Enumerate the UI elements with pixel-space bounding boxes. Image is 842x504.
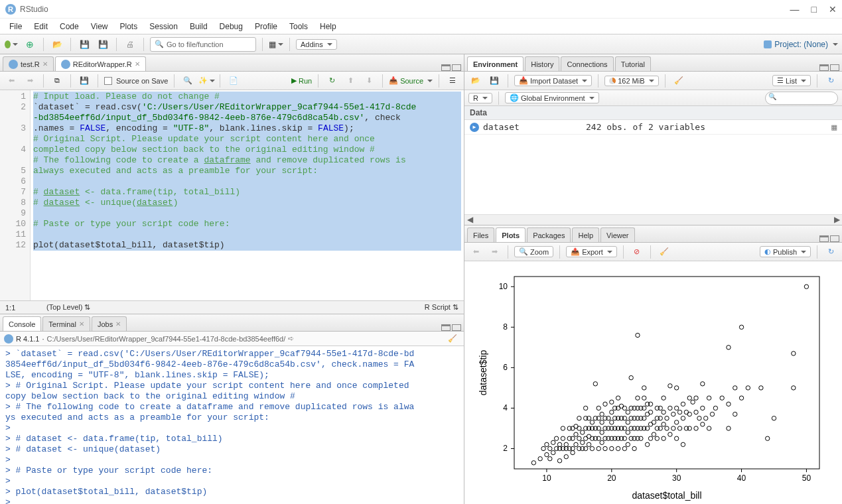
new-project-button[interactable]: ⊕ bbox=[23, 37, 37, 52]
menu-tools[interactable]: Tools bbox=[284, 20, 313, 33]
compile-report-button[interactable]: 📄 bbox=[226, 74, 241, 88]
addins-button[interactable]: Addins bbox=[296, 39, 337, 50]
open-file-button[interactable]: 📂 bbox=[50, 37, 64, 52]
tab-console[interactable]: Console bbox=[3, 316, 41, 331]
save-button[interactable]: 💾 bbox=[77, 37, 92, 52]
down-button[interactable]: ⬇ bbox=[362, 74, 376, 88]
maximize-pane-button[interactable] bbox=[830, 235, 839, 242]
back-button[interactable]: ⬅ bbox=[4, 74, 19, 88]
zoom-button[interactable]: 🔍 Zoom bbox=[514, 246, 553, 257]
project-selector[interactable]: Project: (None) bbox=[774, 40, 828, 49]
goto-file-input[interactable]: 🔍 Go to file/function bbox=[150, 37, 256, 52]
svg-point-176 bbox=[674, 436, 678, 440]
path-browse-button[interactable]: ➪ bbox=[288, 334, 294, 343]
save-workspace-button[interactable]: 💾 bbox=[487, 74, 502, 88]
find-button[interactable]: 🔍 bbox=[180, 74, 195, 88]
menu-session[interactable]: Session bbox=[144, 20, 183, 33]
menu-file[interactable]: File bbox=[4, 20, 27, 33]
rerun-button[interactable]: ↻ bbox=[324, 74, 339, 88]
new-file-button[interactable] bbox=[4, 37, 19, 52]
tab-plots[interactable]: Plots bbox=[496, 227, 526, 242]
menu-help[interactable]: Help bbox=[315, 20, 342, 33]
minimize-button[interactable]: — bbox=[790, 4, 800, 15]
close-button[interactable]: ✕ bbox=[829, 4, 837, 15]
prev-plot-button[interactable]: ⬅ bbox=[468, 245, 483, 259]
refresh-plot-button[interactable]: ↻ bbox=[823, 245, 838, 259]
outline-button[interactable]: ☰ bbox=[445, 74, 460, 88]
env-h-scrollbar[interactable]: ◀▶ bbox=[464, 214, 842, 225]
save-all-button[interactable]: 💾 bbox=[96, 37, 110, 52]
tab-environment[interactable]: Environment bbox=[467, 56, 524, 71]
code-editor[interactable]: 123456789101112 # Input load. Please do … bbox=[0, 90, 464, 300]
run-button[interactable]: ▶Run bbox=[291, 76, 312, 85]
scope-selector[interactable]: (Top Level) bbox=[46, 303, 82, 311]
minimize-pane-button[interactable] bbox=[441, 324, 451, 331]
menu-code[interactable]: Code bbox=[54, 20, 84, 33]
minimize-pane-button[interactable] bbox=[441, 64, 451, 71]
close-icon[interactable]: ✕ bbox=[135, 60, 140, 68]
scatter-plot: 1020304050246810dataset$total_billdatase… bbox=[474, 263, 833, 504]
grid-button[interactable]: ▦ bbox=[269, 37, 283, 52]
source-on-save-checkbox[interactable] bbox=[104, 77, 112, 85]
tab-viewer[interactable]: Viewer bbox=[600, 227, 634, 242]
up-button[interactable]: ⬆ bbox=[343, 74, 358, 88]
list-mode-button[interactable]: ☰ List bbox=[772, 75, 811, 86]
app-title: RStudio bbox=[20, 5, 48, 14]
expand-icon[interactable]: ▶ bbox=[470, 123, 479, 132]
svg-point-72 bbox=[590, 420, 594, 424]
view-data-icon[interactable]: ▦ bbox=[831, 122, 837, 132]
global-env-button[interactable]: 🌐 Global Environment bbox=[505, 92, 599, 103]
tab-reditorwrapper-r[interactable]: REditorWrapper.R ✕ bbox=[55, 56, 146, 71]
tab-help[interactable]: Help bbox=[572, 227, 599, 242]
publish-button[interactable]: ◐ Publish bbox=[760, 246, 811, 257]
wand-button[interactable]: ✨ bbox=[199, 74, 214, 88]
maximize-button[interactable]: □ bbox=[811, 4, 817, 15]
tab-packages[interactable]: Packages bbox=[527, 227, 571, 242]
refresh-env-button[interactable]: ↻ bbox=[823, 74, 838, 88]
save-file-button[interactable]: 💾 bbox=[77, 74, 92, 88]
clear-env-button[interactable]: 🧹 bbox=[671, 74, 686, 88]
svg-point-202 bbox=[713, 406, 717, 410]
show-in-new-window-button[interactable]: ⧉ bbox=[50, 74, 64, 88]
next-plot-button[interactable]: ➡ bbox=[487, 245, 502, 259]
svg-point-82 bbox=[599, 440, 603, 444]
clear-console-button[interactable]: 🧹 bbox=[445, 332, 460, 346]
export-button[interactable]: 📤 Export bbox=[566, 246, 617, 257]
menu-view[interactable]: View bbox=[86, 20, 113, 33]
language-selector[interactable]: R Script bbox=[425, 303, 451, 311]
maximize-pane-button[interactable] bbox=[452, 324, 461, 331]
svg-point-200 bbox=[707, 396, 711, 400]
forward-button[interactable]: ➡ bbox=[23, 74, 37, 88]
r-scope-button[interactable]: R bbox=[468, 93, 492, 103]
tab-tutorial[interactable]: Tutorial bbox=[615, 56, 651, 71]
remove-plot-button[interactable]: ⊘ bbox=[630, 245, 644, 259]
minimize-pane-button[interactable] bbox=[819, 235, 829, 242]
svg-point-199 bbox=[707, 426, 711, 430]
import-dataset-button[interactable]: 📥 Import Dataset bbox=[514, 75, 592, 86]
maximize-pane-button[interactable] bbox=[830, 64, 839, 71]
editor-code-area[interactable]: # Input load. Please do not change #`dat… bbox=[31, 90, 464, 300]
clear-plots-button[interactable]: 🧹 bbox=[657, 245, 671, 259]
tab-history[interactable]: History bbox=[525, 56, 559, 71]
menu-edit[interactable]: Edit bbox=[29, 20, 53, 33]
menu-debug[interactable]: Debug bbox=[214, 20, 248, 33]
menu-build[interactable]: Build bbox=[184, 20, 213, 33]
console-output[interactable]: > `dataset` = read.csv('C:/Users/User/RE… bbox=[0, 346, 464, 504]
tab-files[interactable]: Files bbox=[467, 227, 494, 242]
env-search-input[interactable] bbox=[765, 92, 838, 105]
maximize-pane-button[interactable] bbox=[452, 64, 461, 71]
minimize-pane-button[interactable] bbox=[819, 64, 829, 71]
menu-profile[interactable]: Profile bbox=[249, 20, 283, 33]
memory-indicator[interactable]: 162 MiB bbox=[604, 76, 658, 86]
close-icon[interactable]: ✕ bbox=[42, 60, 48, 68]
env-row-dataset[interactable]: ▶ dataset 242 obs. of 2 variables ▦ bbox=[464, 120, 842, 135]
source-button[interactable]: 📥Source bbox=[389, 76, 433, 85]
svg-point-30 bbox=[551, 450, 555, 454]
tab-test-r[interactable]: test.R ✕ bbox=[3, 56, 54, 71]
tab-terminal[interactable]: Terminal✕ bbox=[42, 316, 90, 331]
menu-plots[interactable]: Plots bbox=[115, 20, 143, 33]
print-button[interactable]: 🖨 bbox=[123, 37, 137, 52]
tab-jobs[interactable]: Jobs✕ bbox=[92, 316, 127, 331]
tab-connections[interactable]: Connections bbox=[561, 56, 613, 71]
load-workspace-button[interactable]: 📂 bbox=[468, 74, 483, 88]
